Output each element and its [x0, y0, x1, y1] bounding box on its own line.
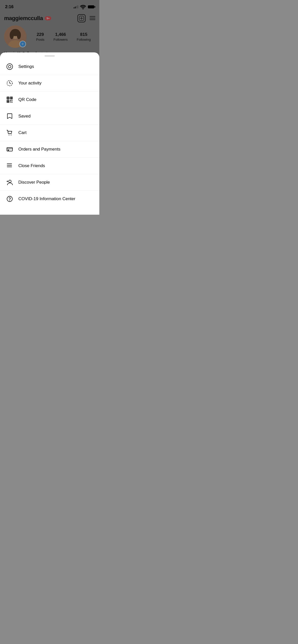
menu-item-close-friends[interactable]: ✦ ✦ ✦ Close Friends: [0, 158, 99, 174]
svg-point-13: [7, 64, 13, 70]
menu-item-qr-code[interactable]: QR Code: [0, 92, 99, 108]
menu-item-discover-people[interactable]: Discover People: [0, 174, 99, 191]
svg-point-41: [9, 200, 10, 201]
covid-info-icon: [6, 195, 13, 202]
svg-point-25: [9, 135, 9, 135]
orders-payments-label: Orders and Payments: [18, 147, 60, 152]
svg-text:✦: ✦: [7, 166, 8, 168]
svg-rect-18: [11, 97, 12, 99]
cart-icon: [6, 129, 13, 136]
saved-icon: [6, 113, 13, 120]
activity-label: Your activity: [18, 81, 42, 86]
close-friends-label: Close Friends: [18, 163, 45, 168]
svg-rect-16: [7, 97, 9, 99]
activity-icon: [6, 80, 13, 87]
cart-label: Cart: [18, 130, 26, 135]
close-friends-icon: ✦ ✦ ✦: [6, 162, 13, 169]
svg-point-26: [11, 135, 11, 135]
menu-item-saved[interactable]: Saved: [0, 108, 99, 125]
discover-people-icon: [6, 179, 13, 186]
svg-point-12: [8, 65, 11, 68]
settings-icon: [6, 63, 13, 70]
orders-payments-icon: [6, 146, 13, 153]
svg-rect-24: [11, 102, 12, 103]
bottom-sheet: Settings Your activity: [0, 52, 99, 215]
menu-item-your-activity[interactable]: Your activity: [0, 75, 99, 92]
saved-label: Saved: [18, 114, 31, 119]
menu-list: Settings Your activity: [0, 58, 99, 207]
sheet-handle: [0, 52, 99, 58]
svg-point-37: [9, 180, 11, 183]
drag-handle: [45, 55, 55, 56]
svg-rect-22: [12, 100, 12, 101]
qr-code-icon: [6, 96, 13, 103]
covid-info-label: COVID-19 Information Center: [18, 196, 75, 201]
menu-item-covid-info[interactable]: COVID-19 Information Center: [0, 191, 99, 207]
menu-item-cart[interactable]: Cart: [0, 125, 99, 141]
svg-rect-21: [10, 100, 11, 101]
settings-label: Settings: [18, 64, 34, 69]
qr-code-label: QR Code: [18, 97, 36, 102]
svg-rect-23: [10, 102, 11, 103]
menu-item-settings[interactable]: Settings: [0, 58, 99, 75]
discover-people-label: Discover People: [18, 180, 50, 185]
svg-rect-20: [7, 101, 9, 102]
menu-item-orders-payments[interactable]: Orders and Payments: [0, 141, 99, 158]
